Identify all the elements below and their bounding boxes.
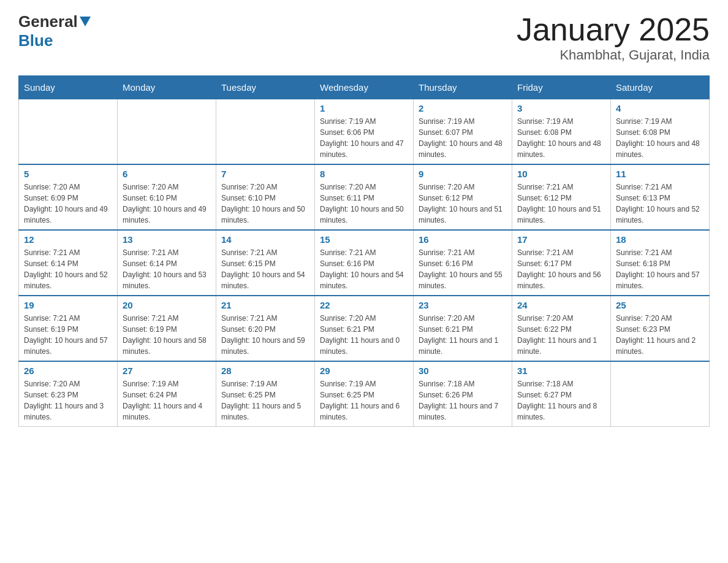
table-row: 30Sunrise: 7:18 AM Sunset: 6:26 PM Dayli… <box>414 361 512 427</box>
table-row: 13Sunrise: 7:21 AM Sunset: 6:14 PM Dayli… <box>118 230 216 296</box>
table-row: 3Sunrise: 7:19 AM Sunset: 6:08 PM Daylig… <box>512 99 611 165</box>
logo: General Blue <box>18 12 91 50</box>
day-info: Sunrise: 7:21 AM Sunset: 6:18 PM Dayligh… <box>616 247 704 291</box>
day-info: Sunrise: 7:21 AM Sunset: 6:16 PM Dayligh… <box>320 247 408 291</box>
day-number: 16 <box>419 234 507 245</box>
table-row: 15Sunrise: 7:21 AM Sunset: 6:16 PM Dayli… <box>315 230 414 296</box>
day-number: 2 <box>419 103 507 113</box>
table-row <box>118 99 216 165</box>
calendar-week-row: 19Sunrise: 7:21 AM Sunset: 6:19 PM Dayli… <box>19 296 710 361</box>
day-number: 19 <box>24 300 112 310</box>
day-number: 25 <box>616 300 704 310</box>
day-info: Sunrise: 7:20 AM Sunset: 6:23 PM Dayligh… <box>616 313 704 357</box>
day-info: Sunrise: 7:21 AM Sunset: 6:15 PM Dayligh… <box>221 247 309 291</box>
table-row: 19Sunrise: 7:21 AM Sunset: 6:19 PM Dayli… <box>19 296 118 361</box>
day-info: Sunrise: 7:19 AM Sunset: 6:07 PM Dayligh… <box>419 116 507 160</box>
table-row: 18Sunrise: 7:21 AM Sunset: 6:18 PM Dayli… <box>611 230 710 296</box>
table-row: 17Sunrise: 7:21 AM Sunset: 6:17 PM Dayli… <box>512 230 611 296</box>
day-number: 13 <box>123 234 211 245</box>
day-number: 15 <box>320 234 408 245</box>
day-info: Sunrise: 7:21 AM Sunset: 6:14 PM Dayligh… <box>123 247 211 291</box>
day-number: 20 <box>123 300 211 310</box>
day-info: Sunrise: 7:19 AM Sunset: 6:25 PM Dayligh… <box>221 378 309 423</box>
table-row: 5Sunrise: 7:20 AM Sunset: 6:09 PM Daylig… <box>19 164 118 230</box>
table-row: 20Sunrise: 7:21 AM Sunset: 6:19 PM Dayli… <box>118 296 216 361</box>
table-row: 9Sunrise: 7:20 AM Sunset: 6:12 PM Daylig… <box>414 164 512 230</box>
table-row: 16Sunrise: 7:21 AM Sunset: 6:16 PM Dayli… <box>414 230 512 296</box>
day-number: 23 <box>419 300 507 310</box>
day-info: Sunrise: 7:20 AM Sunset: 6:09 PM Dayligh… <box>24 182 112 226</box>
header-tuesday: Tuesday <box>216 76 315 99</box>
table-row: 11Sunrise: 7:21 AM Sunset: 6:13 PM Dayli… <box>611 164 710 230</box>
day-number: 30 <box>419 366 507 376</box>
day-info: Sunrise: 7:20 AM Sunset: 6:22 PM Dayligh… <box>517 313 605 357</box>
day-info: Sunrise: 7:21 AM Sunset: 6:20 PM Dayligh… <box>221 313 309 357</box>
calendar-title: January 2025 <box>517 12 710 47</box>
header-saturday: Saturday <box>611 76 710 99</box>
day-number: 9 <box>419 169 507 179</box>
logo-blue-text: Blue <box>18 31 53 50</box>
calendar-week-row: 26Sunrise: 7:20 AM Sunset: 6:23 PM Dayli… <box>19 361 710 427</box>
day-number: 26 <box>24 366 112 376</box>
table-row: 22Sunrise: 7:20 AM Sunset: 6:21 PM Dayli… <box>315 296 414 361</box>
day-number: 5 <box>24 169 112 179</box>
day-info: Sunrise: 7:21 AM Sunset: 6:17 PM Dayligh… <box>517 247 605 291</box>
day-number: 7 <box>221 169 309 179</box>
header: General Blue January 2025 Khambhat, Guja… <box>18 12 710 63</box>
day-info: Sunrise: 7:19 AM Sunset: 6:08 PM Dayligh… <box>517 116 605 160</box>
day-number: 29 <box>320 366 408 376</box>
day-number: 12 <box>24 234 112 245</box>
table-row: 8Sunrise: 7:20 AM Sunset: 6:11 PM Daylig… <box>315 164 414 230</box>
header-monday: Monday <box>118 76 216 99</box>
day-info: Sunrise: 7:20 AM Sunset: 6:10 PM Dayligh… <box>221 182 309 226</box>
svg-marker-0 <box>80 17 91 26</box>
table-row: 7Sunrise: 7:20 AM Sunset: 6:10 PM Daylig… <box>216 164 315 230</box>
day-number: 14 <box>221 234 309 245</box>
table-row: 6Sunrise: 7:20 AM Sunset: 6:10 PM Daylig… <box>118 164 216 230</box>
day-number: 28 <box>221 366 309 376</box>
table-row: 14Sunrise: 7:21 AM Sunset: 6:15 PM Dayli… <box>216 230 315 296</box>
table-row: 24Sunrise: 7:20 AM Sunset: 6:22 PM Dayli… <box>512 296 611 361</box>
day-info: Sunrise: 7:18 AM Sunset: 6:27 PM Dayligh… <box>517 378 605 423</box>
calendar-week-row: 1Sunrise: 7:19 AM Sunset: 6:06 PM Daylig… <box>19 99 710 165</box>
calendar-header-row: Sunday Monday Tuesday Wednesday Thursday… <box>19 76 710 99</box>
day-info: Sunrise: 7:20 AM Sunset: 6:11 PM Dayligh… <box>320 182 408 226</box>
day-info: Sunrise: 7:21 AM Sunset: 6:13 PM Dayligh… <box>616 182 704 226</box>
header-thursday: Thursday <box>414 76 512 99</box>
day-info: Sunrise: 7:21 AM Sunset: 6:16 PM Dayligh… <box>419 247 507 291</box>
table-row: 23Sunrise: 7:20 AM Sunset: 6:21 PM Dayli… <box>414 296 512 361</box>
day-info: Sunrise: 7:20 AM Sunset: 6:12 PM Dayligh… <box>419 182 507 226</box>
day-info: Sunrise: 7:20 AM Sunset: 6:23 PM Dayligh… <box>24 378 112 423</box>
day-number: 18 <box>616 234 704 245</box>
day-number: 1 <box>320 103 408 113</box>
day-info: Sunrise: 7:19 AM Sunset: 6:24 PM Dayligh… <box>123 378 211 423</box>
table-row: 10Sunrise: 7:21 AM Sunset: 6:12 PM Dayli… <box>512 164 611 230</box>
day-number: 10 <box>517 169 605 179</box>
header-sunday: Sunday <box>19 76 118 99</box>
day-number: 6 <box>123 169 211 179</box>
table-row: 1Sunrise: 7:19 AM Sunset: 6:06 PM Daylig… <box>315 99 414 165</box>
table-row: 25Sunrise: 7:20 AM Sunset: 6:23 PM Dayli… <box>611 296 710 361</box>
calendar-subtitle: Khambhat, Gujarat, India <box>517 47 710 63</box>
header-friday: Friday <box>512 76 611 99</box>
day-info: Sunrise: 7:19 AM Sunset: 6:25 PM Dayligh… <box>320 378 408 423</box>
logo-general-text: General <box>18 12 78 31</box>
table-row: 31Sunrise: 7:18 AM Sunset: 6:27 PM Dayli… <box>512 361 611 427</box>
day-info: Sunrise: 7:21 AM Sunset: 6:19 PM Dayligh… <box>123 313 211 357</box>
table-row <box>611 361 710 427</box>
table-row: 21Sunrise: 7:21 AM Sunset: 6:20 PM Dayli… <box>216 296 315 361</box>
header-wednesday: Wednesday <box>315 76 414 99</box>
calendar-week-row: 12Sunrise: 7:21 AM Sunset: 6:14 PM Dayli… <box>19 230 710 296</box>
table-row: 29Sunrise: 7:19 AM Sunset: 6:25 PM Dayli… <box>315 361 414 427</box>
day-info: Sunrise: 7:21 AM Sunset: 6:12 PM Dayligh… <box>517 182 605 226</box>
table-row <box>19 99 118 165</box>
table-row: 28Sunrise: 7:19 AM Sunset: 6:25 PM Dayli… <box>216 361 315 427</box>
day-info: Sunrise: 7:19 AM Sunset: 6:06 PM Dayligh… <box>320 116 408 160</box>
day-number: 4 <box>616 103 704 113</box>
day-info: Sunrise: 7:20 AM Sunset: 6:10 PM Dayligh… <box>123 182 211 226</box>
logo-arrow-icon <box>80 17 91 30</box>
day-number: 8 <box>320 169 408 179</box>
title-area: January 2025 Khambhat, Gujarat, India <box>517 12 710 63</box>
day-number: 3 <box>517 103 605 113</box>
day-info: Sunrise: 7:20 AM Sunset: 6:21 PM Dayligh… <box>419 313 507 357</box>
